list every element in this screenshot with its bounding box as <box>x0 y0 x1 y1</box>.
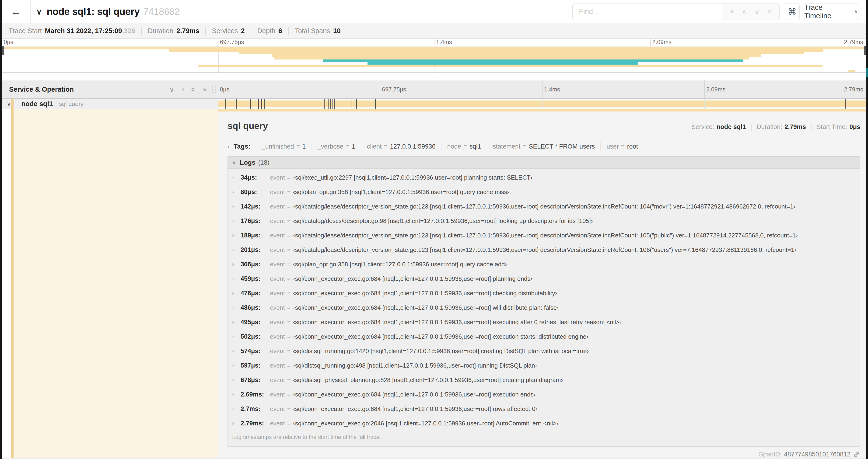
row-gridline <box>542 99 542 109</box>
span-bar-cell[interactable] <box>218 99 866 109</box>
expand-all-icon[interactable]: » <box>203 85 207 93</box>
trace-view-label: Trace Timeline <box>804 3 851 20</box>
span-id-row: SpanID: 4877749850101760812 <box>227 451 860 458</box>
log-entry[interactable]: ›201μs:event=‹sql/catalog/lease/descript… <box>228 242 860 257</box>
prev-result-icon[interactable]: ∧ <box>742 7 747 16</box>
log-entry[interactable]: ›189μs:event=‹sql/catalog/lease/descript… <box>228 228 860 242</box>
span-service-name: node sql1 <box>21 100 53 108</box>
log-entry[interactable]: ›597μs:event=‹sql/distsql_running.go:498… <box>228 358 860 373</box>
trace-page: ← ∨ node sql1: sql query 7418682 ⌖∧∨× ⌘ … <box>0 0 868 459</box>
logs-count: (18) <box>258 159 270 166</box>
log-field-key: event <box>270 203 285 210</box>
log-field-value: ‹sql/plan_opt.go:358 [nsql1,client=127.0… <box>293 189 509 196</box>
minimap-right-handle[interactable] <box>864 46 866 55</box>
copy-link-icon[interactable] <box>853 451 860 458</box>
log-entry[interactable]: ›486μs:event=‹sql/conn_executor_exec.go:… <box>228 300 860 315</box>
tag-item[interactable]: client=127.0.0.1:59936 <box>361 142 441 151</box>
collapse-one-icon[interactable]: ∨ <box>169 85 174 94</box>
log-entry[interactable]: ›495μs:event=‹sql/conn_executor_exec.go:… <box>228 315 860 329</box>
tag-equals: = <box>621 143 625 150</box>
log-field-value: ‹sql/conn_executor_exec.go:684 [nsql1,cl… <box>293 391 535 398</box>
tags-accordion[interactable]: › Tags: _unfinished=1_verbose=1client=12… <box>227 142 860 151</box>
expand-one-icon[interactable]: › <box>182 85 184 93</box>
chevron-right-icon: › <box>232 174 241 181</box>
chevron-right-icon: › <box>227 143 229 150</box>
summary-value-fraction: .326 <box>122 27 135 35</box>
tag-item[interactable]: node=sql1 <box>441 142 487 151</box>
log-equals: = <box>287 246 291 254</box>
log-timestamp: 486μs: <box>241 304 270 312</box>
detail-tint-panel <box>13 109 218 458</box>
log-entry[interactable]: ›574μs:event=‹sql/distsql_running.go:142… <box>228 344 860 358</box>
tag-item[interactable]: _unfinished=1 <box>256 142 311 151</box>
log-field-key: event <box>270 391 285 398</box>
trace-collapse-icon[interactable]: ∨ <box>36 7 42 16</box>
tag-item[interactable]: _verbose=1 <box>311 142 361 151</box>
summary-separator <box>141 27 142 35</box>
ruler-tick-label: 2.79ms <box>844 86 866 93</box>
find-controls: ⌖∧∨× <box>722 3 779 20</box>
log-entry[interactable]: ›34μs:event=‹sql/exec_util.go:2297 [nsql… <box>228 170 860 185</box>
log-tick <box>356 99 357 109</box>
chevron-right-icon: › <box>232 377 241 383</box>
log-entry[interactable]: ›459μs:event=‹sql/conn_executor_exec.go:… <box>228 271 860 286</box>
span-name-cell[interactable]: ∨ node sql1 sql query <box>2 99 218 109</box>
find-input[interactable] <box>573 3 722 20</box>
span-collapse-icon[interactable]: ∨ <box>7 101 11 107</box>
log-tick <box>333 99 333 109</box>
log-entry[interactable]: ›502μs:event=‹sql/conn_executor_exec.go:… <box>228 329 860 344</box>
back-button[interactable]: ← <box>2 0 31 23</box>
chevron-right-icon: › <box>232 420 241 427</box>
detail-meta-label: Start Time: <box>817 123 847 131</box>
minimap-canvas[interactable] <box>2 46 866 73</box>
log-equals: = <box>287 217 291 225</box>
log-field-key: event <box>270 376 285 384</box>
log-field-value: ‹sql/conn_executor_exec.go:684 [nsql1,cl… <box>293 304 559 312</box>
summary-item: Duration2.79ms <box>148 27 199 35</box>
logs-title: Logs <box>240 159 255 166</box>
tag-item[interactable]: user=root <box>600 142 644 151</box>
log-entry[interactable]: ›142μs:event=‹sql/catalog/lease/descript… <box>228 199 860 214</box>
logs-accordion: ∨ Logs (18) ›34μs:event=‹sql/exec_util.g… <box>227 156 860 447</box>
log-entry[interactable]: ›678μs:event=‹sql/distsql_physical_plann… <box>228 373 860 387</box>
tag-value: 127.0.0.1:59936 <box>390 143 435 150</box>
ruler-tick-label: 697.75μs <box>380 86 406 93</box>
log-entry[interactable]: ›2.79ms:event=‹sql/conn_executor_exec.go… <box>228 416 860 431</box>
tag-equals: = <box>296 143 300 150</box>
log-field-value: ‹sql/conn_executor_exec.go:684 [nsql1,cl… <box>293 275 532 283</box>
logs-footnote: Log timestamps are relative to the start… <box>228 431 860 447</box>
log-entry[interactable]: ›366μs:event=‹sql/plan_opt.go:358 [nsql1… <box>228 257 860 271</box>
log-timestamp: 2.79ms: <box>241 420 270 427</box>
chevron-right-icon: › <box>232 218 241 224</box>
summary-label: Duration <box>148 27 174 35</box>
next-result-icon[interactable]: ∨ <box>754 7 760 16</box>
minimap-left-handle[interactable] <box>2 46 4 55</box>
clear-search-icon[interactable]: × <box>767 7 771 16</box>
log-timestamp: 2.7ms: <box>241 405 270 413</box>
log-equals: = <box>287 333 291 340</box>
log-timestamp: 142μs: <box>241 203 270 210</box>
detail-row-gutter <box>2 109 218 458</box>
log-tick <box>375 99 376 109</box>
trace-view-select[interactable]: Trace Timeline ∨ <box>804 3 859 20</box>
log-equals: = <box>287 420 291 427</box>
log-entry[interactable]: ›176μs:event=‹sql/catalog/descs/descript… <box>228 214 860 228</box>
log-tick <box>866 99 866 109</box>
locate-icon[interactable]: ⌖ <box>730 7 734 16</box>
tag-item[interactable]: statement=SELECT * FROM users <box>487 142 600 151</box>
log-entry[interactable]: ›2.7ms:event=‹sql/conn_executor_exec.go:… <box>228 402 860 416</box>
detail-meta-item: Service:node sql1 <box>691 123 746 131</box>
find-bar: ⌖∧∨× <box>572 3 780 20</box>
logs-list: ›34μs:event=‹sql/exec_util.go:2297 [nsql… <box>228 169 860 431</box>
log-entry[interactable]: ›80μs:event=‹sql/plan_opt.go:358 [nsql1,… <box>228 185 860 199</box>
logs-header[interactable]: ∨ Logs (18) <box>228 157 860 169</box>
log-tick <box>328 99 329 109</box>
log-entry[interactable]: ›476μs:event=‹sql/conn_executor_exec.go:… <box>228 286 860 300</box>
ruler-tick-label: 2.09ms <box>650 39 672 45</box>
collapse-all-icon[interactable]: » <box>189 88 197 91</box>
timeline-ruler: 0μs697.75μs1.4ms2.09ms2.79ms <box>218 80 866 98</box>
keyboard-shortcuts-button[interactable]: ⌘ <box>785 3 800 20</box>
column-resize-grip[interactable] <box>212 86 216 93</box>
log-entry[interactable]: ›2.69ms:event=‹sql/conn_executor_exec.go… <box>228 387 860 402</box>
tags-list: _unfinished=1_verbose=1client=127.0.0.1:… <box>256 142 644 151</box>
